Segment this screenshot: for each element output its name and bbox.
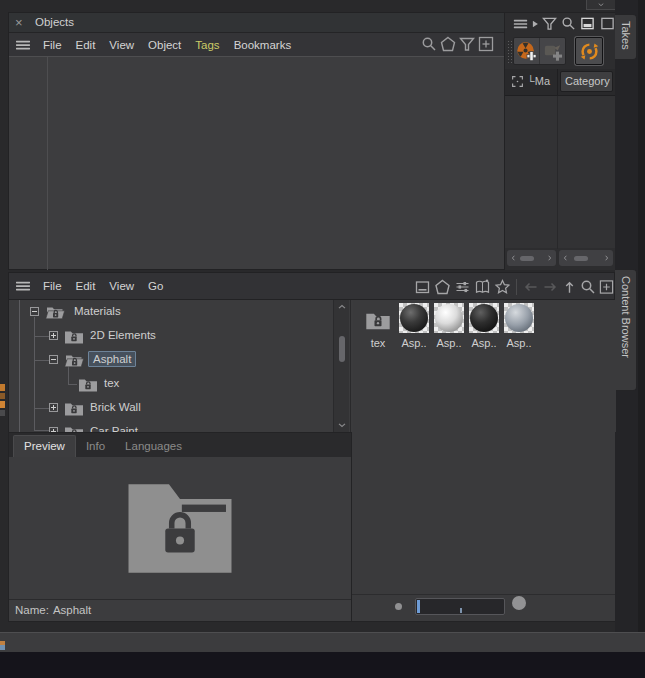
- chevron-left-icon[interactable]: [561, 252, 570, 264]
- favorites-icon[interactable]: [494, 279, 511, 295]
- menu-view[interactable]: View: [109, 39, 134, 51]
- add-panel-icon[interactable]: [478, 36, 494, 52]
- hamburger-menu-icon[interactable]: [15, 279, 31, 293]
- menu-tags[interactable]: Tags: [195, 39, 219, 51]
- desktop-background: [0, 652, 645, 678]
- back-icon[interactable]: [522, 279, 539, 295]
- category-column-header[interactable]: Category: [560, 71, 613, 92]
- menu-file[interactable]: File: [43, 280, 62, 292]
- expand-all-icon[interactable]: [511, 75, 524, 88]
- search-icon[interactable]: [421, 36, 437, 52]
- item-label: Asp..: [397, 337, 431, 349]
- chevron-up-icon[interactable]: [336, 301, 348, 313]
- tab-content-browser[interactable]: Content Browser: [615, 269, 637, 391]
- filter-icon[interactable]: [542, 16, 557, 31]
- flyout-arrow-icon[interactable]: [530, 17, 540, 31]
- item-material[interactable]: Asp..: [397, 303, 431, 349]
- objects-menubar: File Edit View Object Tags Bookmarks: [9, 33, 504, 56]
- tab-preview[interactable]: Preview: [13, 435, 76, 457]
- tree-row-car-paint[interactable]: Car Paint: [10, 420, 333, 432]
- tree-row-asphalt[interactable]: Asphalt: [10, 348, 333, 372]
- item-tex-folder[interactable]: tex: [361, 303, 395, 349]
- tree-row-2d-elements[interactable]: 2D Elements: [10, 324, 333, 348]
- item-material[interactable]: Asp..: [432, 303, 466, 349]
- thumbnail-grid: tex Asp.. Asp.. Asp.. Asp..: [353, 300, 616, 432]
- slider-handle[interactable]: [417, 600, 420, 613]
- takes-hscrollbar-left[interactable]: [507, 250, 556, 266]
- main-take-item[interactable]: └Ma: [527, 75, 555, 87]
- forward-icon[interactable]: [542, 279, 559, 295]
- closed-folder-lock-icon: [64, 424, 84, 432]
- thumbnail-size-slider[interactable]: [415, 598, 505, 615]
- catalog-icon[interactable]: [474, 279, 491, 295]
- tree-row-materials[interactable]: Materials: [10, 300, 333, 324]
- menu-bookmarks[interactable]: Bookmarks: [234, 39, 292, 51]
- chevron-right-icon[interactable]: [602, 252, 611, 264]
- large-size-dot-icon[interactable]: [512, 596, 526, 610]
- small-size-dot-icon[interactable]: [395, 603, 402, 610]
- up-level-icon[interactable]: [562, 279, 577, 295]
- expand-expander-icon[interactable]: [49, 331, 58, 340]
- chevron-down-icon[interactable]: [336, 419, 348, 431]
- name-label: Name:: [15, 604, 49, 616]
- content-browser-toolbar: File Edit View Go: [8, 272, 615, 300]
- close-icon[interactable]: ×: [15, 15, 23, 31]
- chevron-right-icon[interactable]: [545, 252, 554, 264]
- objects-list-area[interactable]: [9, 56, 504, 269]
- footer-divider: [352, 594, 615, 595]
- tree-label[interactable]: tex: [104, 377, 119, 389]
- item-label: tex: [361, 337, 395, 349]
- menu-edit[interactable]: Edit: [76, 280, 96, 292]
- menu-go[interactable]: Go: [148, 280, 163, 292]
- tree-vscrollbar[interactable]: [333, 300, 349, 432]
- tab-info[interactable]: Info: [76, 436, 115, 457]
- thumbnail-area-lower[interactable]: [352, 432, 615, 622]
- status-icon-fragment: [0, 641, 5, 650]
- menu-object[interactable]: Object: [148, 39, 181, 51]
- new-child-take-button[interactable]: [539, 38, 565, 64]
- auto-take-toggle[interactable]: [575, 37, 603, 65]
- takes-hscrollbar-right[interactable]: [559, 250, 613, 266]
- tree-label[interactable]: Brick Wall: [90, 401, 141, 413]
- scrollbar-thumb[interactable]: [339, 336, 345, 362]
- item-material[interactable]: Asp..: [467, 303, 501, 349]
- solo-take-icon[interactable]: [580, 16, 595, 31]
- menu-file[interactable]: File: [43, 39, 62, 51]
- menu-view[interactable]: View: [109, 280, 134, 292]
- home-icon[interactable]: [434, 279, 451, 295]
- hamburger-menu-icon[interactable]: [513, 17, 528, 31]
- takes-list-area[interactable]: [505, 95, 615, 248]
- menu-edit[interactable]: Edit: [76, 39, 96, 51]
- empty-take-icon[interactable]: [600, 16, 615, 31]
- tab-languages[interactable]: Languages: [115, 436, 192, 457]
- tree-label[interactable]: Materials: [74, 305, 121, 317]
- tree-row-tex[interactable]: tex: [10, 372, 333, 396]
- new-take-button[interactable]: [514, 38, 539, 64]
- chevron-down-icon[interactable]: [586, 0, 616, 10]
- scrollbar-thumb[interactable]: [574, 256, 588, 261]
- tab-takes[interactable]: Takes: [615, 14, 637, 60]
- collapse-expander-icon[interactable]: [30, 307, 39, 316]
- toolbar-grip[interactable]: [507, 40, 512, 64]
- material-thumbnail: [399, 303, 429, 333]
- preview-name-row: Name:Asphalt: [9, 599, 351, 621]
- item-material[interactable]: Asp..: [502, 303, 536, 349]
- minimize-window-icon[interactable]: [414, 279, 431, 295]
- filter-icon[interactable]: [459, 36, 475, 52]
- collapse-expander-icon[interactable]: [49, 355, 58, 364]
- chevron-left-icon[interactable]: [509, 252, 518, 264]
- search-icon[interactable]: [580, 279, 596, 295]
- tree-label[interactable]: 2D Elements: [90, 329, 156, 341]
- scrollbar-thumb[interactable]: [520, 256, 534, 261]
- home-icon[interactable]: [440, 36, 456, 52]
- filter-settings-icon[interactable]: [454, 279, 471, 295]
- tree-label[interactable]: Car Paint: [90, 425, 138, 432]
- hamburger-menu-icon[interactable]: [15, 38, 31, 52]
- tree-row-brick-wall[interactable]: Brick Wall: [10, 396, 333, 420]
- objects-panel: × Objects File Edit View Object Tags Boo…: [8, 12, 505, 270]
- add-panel-icon[interactable]: [599, 279, 614, 295]
- tree-label-selected[interactable]: Asphalt: [88, 351, 136, 367]
- browser-split-divider[interactable]: [350, 300, 351, 432]
- search-icon[interactable]: [561, 16, 576, 31]
- expand-expander-icon[interactable]: [49, 403, 58, 412]
